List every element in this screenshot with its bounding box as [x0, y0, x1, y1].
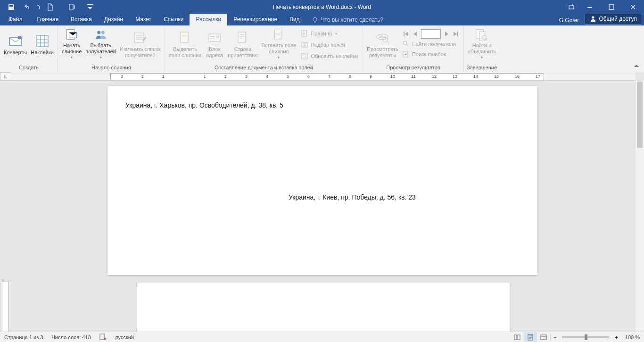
- recipient-address[interactable]: Украина, г. Киев, пр. Победы, д. 56, кв.…: [289, 193, 416, 201]
- svg-rect-32: [100, 334, 105, 340]
- tab-insert[interactable]: Вставка: [65, 14, 98, 25]
- ruler-tick: 16: [515, 74, 520, 79]
- zoom-out-icon[interactable]: −: [551, 334, 559, 340]
- ruler-tick: 4: [266, 74, 268, 79]
- web-layout-icon[interactable]: [537, 332, 550, 342]
- group-finish: Найти и объединить▾ Завершение: [464, 25, 500, 72]
- rules-button: Правила▾: [299, 28, 360, 39]
- svg-point-10: [97, 31, 100, 34]
- tab-layout[interactable]: Макет: [129, 14, 157, 25]
- match-icon: [301, 41, 308, 49]
- tab-selector[interactable]: L: [0, 72, 11, 81]
- tab-design[interactable]: Дизайн: [98, 14, 129, 25]
- svg-point-3: [313, 17, 317, 21]
- ruler-tick: 3: [121, 74, 123, 79]
- start-merge-button[interactable]: Начать слияние▾: [60, 27, 83, 61]
- scroll-thumb[interactable]: [637, 82, 643, 148]
- tab-references[interactable]: Ссылки: [157, 14, 190, 25]
- new-doc-icon[interactable]: [42, 0, 58, 14]
- people-icon: [93, 28, 108, 42]
- next-record-icon: [442, 29, 451, 39]
- rules-icon: [301, 30, 308, 37]
- collapse-ribbon-icon[interactable]: [633, 62, 640, 70]
- ruler-tick: 12: [432, 74, 437, 79]
- tell-me-search[interactable]: Что вы хотите сделать?: [312, 17, 384, 25]
- group-start-label: Начало слияния: [60, 64, 163, 72]
- person-icon: [590, 16, 596, 22]
- svg-rect-34: [541, 335, 546, 340]
- tab-home[interactable]: Главная: [31, 14, 65, 25]
- labels-button[interactable]: Наклейки: [29, 27, 56, 61]
- tell-me-placeholder: Что вы хотите сделать?: [321, 17, 384, 23]
- tab-file[interactable]: Файл: [0, 14, 31, 25]
- user-name[interactable]: G Goter: [556, 17, 582, 25]
- finish-icon: [474, 28, 489, 42]
- undo-icon[interactable]: [19, 0, 34, 14]
- touch-mode-icon[interactable]: [64, 0, 79, 14]
- ruler-tick: 11: [411, 74, 416, 79]
- tab-view[interactable]: Вид: [283, 14, 306, 25]
- redo-icon[interactable]: [34, 0, 42, 14]
- share-label: Общий доступ: [599, 16, 637, 22]
- ruler-tick: 7: [328, 74, 330, 79]
- tab-mailings[interactable]: Рассылки: [190, 14, 227, 25]
- svg-point-11: [101, 31, 105, 34]
- ruler-tick: 8: [349, 74, 351, 79]
- envelope-page-1[interactable]: Украина, г. Харьков, пр. Освободителей, …: [107, 86, 537, 275]
- ruler-tick: 2: [224, 74, 227, 79]
- finish-merge-button: Найти и объединить▾: [466, 27, 498, 61]
- insert-field-icon: [271, 28, 286, 42]
- print-layout-icon[interactable]: [524, 332, 537, 342]
- read-mode-icon[interactable]: [511, 332, 524, 342]
- select-recipients-button[interactable]: Выбрать получателей▾: [83, 27, 118, 61]
- svg-point-27: [403, 41, 407, 45]
- ruler-tick: 9: [370, 74, 372, 79]
- zoom-in-icon[interactable]: +: [612, 334, 620, 340]
- group-create: Конверты Наклейки Создать: [0, 25, 58, 72]
- envelope-page-2[interactable]: [137, 283, 510, 332]
- highlight-icon: [178, 30, 193, 45]
- zoom-slider[interactable]: [562, 336, 609, 338]
- lightbulb-icon: [312, 17, 318, 23]
- ruler-tick: 3: [245, 74, 248, 79]
- svg-point-4: [592, 17, 594, 19]
- ruler-tick: 6: [307, 74, 310, 79]
- svg-rect-14: [182, 35, 187, 37]
- tab-review[interactable]: Рецензирование: [227, 14, 283, 25]
- title-bar: Печать конвертов в Word.docx - Word: [0, 0, 644, 14]
- svg-rect-22: [305, 42, 307, 47]
- share-button[interactable]: Общий доступ: [585, 14, 642, 25]
- group-preview: ABC Просмотреть результаты Найти получат…: [363, 25, 464, 72]
- last-record-icon: [451, 29, 461, 39]
- vertical-ruler[interactable]: [0, 81, 11, 332]
- mail-merge-icon: [64, 28, 79, 42]
- document-area: L 3211234567891011121314151617 Украина, …: [0, 72, 644, 332]
- save-icon[interactable]: [4, 0, 19, 14]
- zoom-thumb[interactable]: [585, 334, 587, 340]
- ruler-tick: 2: [141, 74, 144, 79]
- edit-list-icon: [132, 30, 148, 45]
- word-count[interactable]: Число слов: 413: [47, 334, 95, 340]
- customize-qat-icon[interactable]: [86, 0, 94, 14]
- close-icon[interactable]: [622, 0, 644, 14]
- minimize-icon[interactable]: [579, 0, 601, 14]
- spelling-status-icon[interactable]: [95, 333, 111, 342]
- language-indicator[interactable]: русский: [111, 334, 138, 340]
- update-icon: [301, 52, 308, 60]
- greeting-icon: [235, 30, 250, 45]
- edit-recipients-button: Изменить список получателей: [118, 27, 163, 61]
- envelopes-button[interactable]: Конверты: [2, 27, 29, 61]
- vertical-scrollbar[interactable]: [636, 81, 644, 332]
- sender-address[interactable]: Украина, г. Харьков, пр. Освободителей, …: [125, 101, 283, 109]
- group-write-label: Составление документа и вставка полей: [167, 64, 361, 72]
- maximize-icon[interactable]: [601, 0, 622, 14]
- group-finish-label: Завершение: [466, 64, 498, 72]
- ribbon-display-options-icon[interactable]: [564, 0, 579, 14]
- svg-rect-1: [587, 7, 592, 8]
- zoom-level[interactable]: 100 %: [621, 334, 644, 340]
- record-number-input[interactable]: [421, 29, 441, 39]
- labels-icon: [35, 33, 50, 49]
- horizontal-ruler[interactable]: 3211234567891011121314151617: [11, 72, 636, 81]
- ribbon-tabs: Файл Главная Вставка Дизайн Макет Ссылки…: [0, 14, 644, 25]
- page-indicator[interactable]: Страница 1 из 3: [0, 334, 47, 340]
